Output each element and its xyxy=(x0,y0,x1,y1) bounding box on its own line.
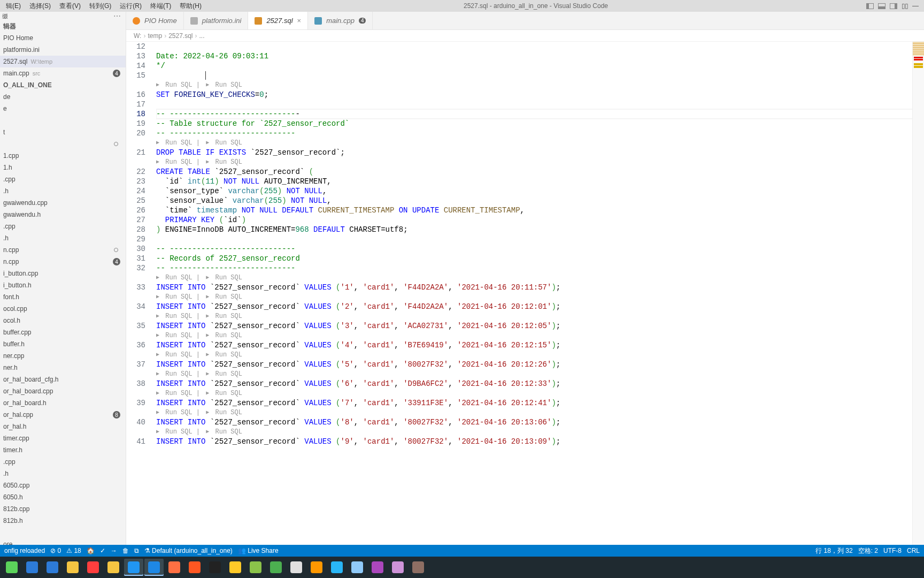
line-number[interactable]: 38 xyxy=(126,379,145,389)
sidebar-item[interactable]: ore xyxy=(0,538,126,545)
taskbar-app-button[interactable] xyxy=(43,559,62,576)
codelens-run-sql[interactable]: ▶ Run SQL | ▶ Run SQL xyxy=(156,292,924,302)
breadcrumb-segment[interactable]: ... xyxy=(199,32,205,40)
taskbar-app-button[interactable] xyxy=(327,559,346,576)
sidebar-item[interactable] xyxy=(0,115,126,126)
codelens-run-sql[interactable]: ▶ Run SQL | ▶ Run SQL xyxy=(156,389,924,398)
taskbar-app-button[interactable] xyxy=(226,559,245,576)
line-number[interactable]: 16 xyxy=(126,90,145,100)
line-number[interactable]: 29 xyxy=(126,234,145,244)
taskbar-app-button[interactable] xyxy=(165,559,184,576)
close-icon[interactable]: × xyxy=(297,17,302,25)
taskbar-app-button[interactable] xyxy=(307,559,326,576)
codelens-run-sql[interactable]: ▶ Run SQL | ▶ Run SQL xyxy=(156,273,924,283)
status-item[interactable]: onfig reloaded xyxy=(4,547,45,554)
codelens-run-sql[interactable]: ▶ Run SQL | ▶ Run SQL xyxy=(156,369,924,379)
sidebar-item[interactable]: ner.cpp xyxy=(0,350,126,362)
code-line[interactable]: INSERT INTO `2527_sensor_record` VALUES … xyxy=(156,417,924,427)
codelens-run-sql[interactable]: ▶ Run SQL | ▶ Run SQL xyxy=(156,80,924,90)
sidebar-item[interactable]: buffer.h xyxy=(0,338,126,350)
sidebar-item[interactable]: .cpp xyxy=(0,220,126,232)
line-number[interactable]: 24 xyxy=(126,186,145,196)
code-line[interactable]: `time` timestamp NOT NULL DEFAULT CURREN… xyxy=(156,206,924,215)
sidebar-item[interactable]: i_button.cpp xyxy=(0,268,126,279)
code-line[interactable]: PRIMARY KEY (`id`) xyxy=(156,215,924,225)
window-minimize[interactable]: — xyxy=(912,2,919,10)
sidebar-item[interactable]: .h xyxy=(0,185,126,197)
sidebar-item[interactable]: PIO Home xyxy=(0,32,126,44)
sidebar-item[interactable]: or_hal.cpp8 xyxy=(0,409,126,421)
line-number[interactable]: 30 xyxy=(126,244,145,254)
code-line[interactable]: -- Table structure for `2527_sensor_reco… xyxy=(156,119,924,128)
breadcrumb-segment[interactable]: 2527.sql xyxy=(168,32,192,40)
codelens-run-sql[interactable]: ▶ Run SQL | ▶ Run SQL xyxy=(156,157,924,167)
code-line[interactable]: -- ----------------------------- xyxy=(156,109,924,119)
status-item[interactable]: 🏠 xyxy=(87,547,95,554)
line-number[interactable]: 39 xyxy=(126,398,145,408)
taskbar-app-button[interactable] xyxy=(246,559,265,576)
line-number[interactable]: 34 xyxy=(126,302,145,311)
code-line[interactable]: -- ---------------------------- xyxy=(156,128,924,138)
taskbar-app-button[interactable] xyxy=(388,559,407,576)
sidebar-item[interactable]: buffer.cpp xyxy=(0,326,126,338)
code-line[interactable]: ) ENGINE=InnoDB AUTO_INCREMENT=968 DEFAU… xyxy=(156,225,924,234)
line-number[interactable]: 25 xyxy=(126,196,145,206)
status-item[interactable]: 空格: 2 xyxy=(858,546,878,556)
sidebar-item[interactable]: timer.h xyxy=(0,444,126,456)
codelens-run-sql[interactable]: ▶ Run SQL | ▶ Run SQL xyxy=(156,350,924,360)
sidebar-item[interactable]: .cpp xyxy=(0,173,126,185)
editor-tab[interactable]: platformio.ini xyxy=(184,12,249,29)
sidebar-item[interactable]: 812b.h xyxy=(0,515,126,527)
taskbar-app-button[interactable] xyxy=(409,559,428,576)
menu-帮助(H)[interactable]: 帮助(H) xyxy=(176,1,205,12)
status-item[interactable]: ✓ xyxy=(100,547,105,554)
status-item[interactable]: ⚠ 18 xyxy=(66,547,81,554)
code-line[interactable]: INSERT INTO `2527_sensor_record` VALUES … xyxy=(156,321,924,331)
sidebar-item[interactable] xyxy=(0,138,126,150)
sidebar-item[interactable]: gwaiwendu.h xyxy=(0,209,126,220)
status-item[interactable]: 行 18，列 32 xyxy=(815,546,852,556)
line-number[interactable]: 12 xyxy=(126,42,145,51)
line-number[interactable]: 22 xyxy=(126,167,145,177)
codelens-run-sql[interactable]: ▶ Run SQL | ▶ Run SQL xyxy=(156,408,924,417)
taskbar-app-button[interactable] xyxy=(368,559,387,576)
sidebar-item[interactable]: gwaiwendu.cpp xyxy=(0,197,126,209)
sidebar-item[interactable]: 6050.h xyxy=(0,491,126,503)
editor-tab[interactable]: 2527.sql× xyxy=(248,12,308,29)
code-line[interactable]: CREATE TABLE `2527_sensor_record` ( xyxy=(156,167,924,177)
codelens-run-sql[interactable]: ▶ Run SQL | ▶ Run SQL xyxy=(156,331,924,340)
code-line[interactable] xyxy=(156,71,924,80)
codelens-run-sql[interactable]: ▶ Run SQL | ▶ Run SQL xyxy=(156,427,924,437)
sidebar-item[interactable]: 6050.cpp xyxy=(0,480,126,491)
line-number[interactable]: 20 xyxy=(126,128,145,138)
sidebar-item[interactable]: e xyxy=(0,103,126,115)
line-number[interactable]: 36 xyxy=(126,340,145,350)
menu-运行(R)[interactable]: 运行(R) xyxy=(116,1,145,12)
code-line[interactable]: -- ---------------------------- xyxy=(156,263,924,273)
line-number[interactable]: 32 xyxy=(126,263,145,273)
taskbar-app-button[interactable] xyxy=(2,559,21,576)
sidebar-item[interactable]: or_hal_board.h xyxy=(0,397,126,409)
line-number[interactable]: 18 xyxy=(126,109,145,119)
menu-转到(G)[interactable]: 转到(G) xyxy=(86,1,115,12)
taskbar-app-button[interactable] xyxy=(287,559,306,576)
code-line[interactable]: `sensor_value` varchar(255) NOT NULL, xyxy=(156,196,924,206)
toggle-panel-icon[interactable] xyxy=(878,3,886,9)
status-item[interactable]: → xyxy=(111,547,117,554)
code-line[interactable]: INSERT INTO `2527_sensor_record` VALUES … xyxy=(156,379,924,389)
line-number[interactable]: 28 xyxy=(126,225,145,234)
status-item[interactable]: 🗑 xyxy=(122,547,129,554)
line-number[interactable]: 41 xyxy=(126,437,145,446)
sidebar-item[interactable]: or_hal_board_cfg.h xyxy=(0,374,126,385)
code-line[interactable]: `id` int(11) NOT NULL AUTO_INCREMENT, xyxy=(156,177,924,186)
layout-menu-icon[interactable]: ▯▯ xyxy=(902,2,908,10)
line-number[interactable]: 37 xyxy=(126,360,145,369)
sidebar-item[interactable]: .h xyxy=(0,232,126,244)
code-line[interactable]: `sensor_type` varchar(255) NOT NULL, xyxy=(156,186,924,196)
line-number[interactable]: 17 xyxy=(126,100,145,109)
taskbar-app-button[interactable] xyxy=(22,559,42,576)
status-item[interactable]: 👥 Live Share xyxy=(238,547,279,554)
sidebar-item[interactable]: timer.cpp xyxy=(0,432,126,444)
sidebar-item[interactable]: or_hal_board.cpp xyxy=(0,385,126,397)
status-item[interactable]: UTF-8 xyxy=(883,547,902,554)
